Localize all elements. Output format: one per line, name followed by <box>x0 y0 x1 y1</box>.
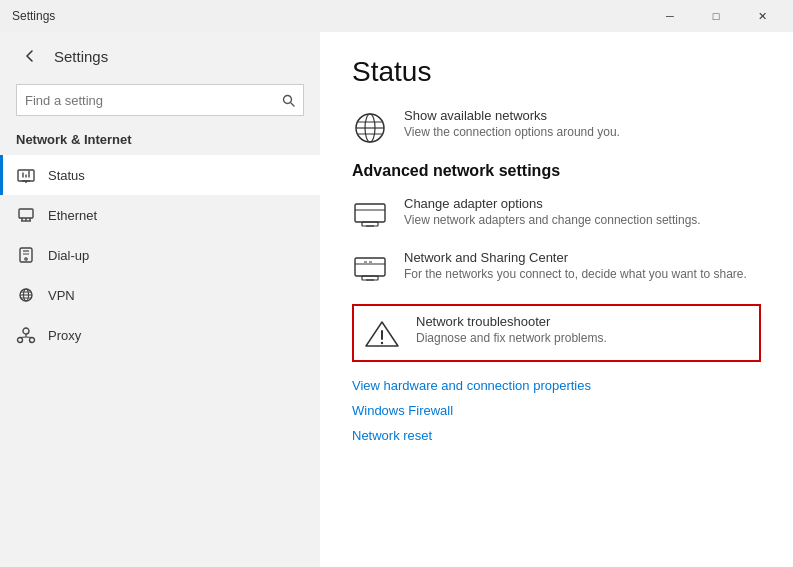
svg-point-46 <box>381 342 383 344</box>
nav-section-title: Network & Internet <box>0 128 320 155</box>
adapter-text: Change adapter options View network adap… <box>404 196 701 227</box>
show-networks-item[interactable]: Show available networks View the connect… <box>352 108 761 146</box>
adapter-title: Change adapter options <box>404 196 701 211</box>
titlebar-title: Settings <box>12 9 55 23</box>
sharing-desc: For the networks you connect to, decide … <box>404 267 747 281</box>
status-icon <box>16 165 36 185</box>
sidebar-item-dialup[interactable]: Dial-up <box>0 235 320 275</box>
sharing-title: Network and Sharing Center <box>404 250 747 265</box>
ethernet-icon <box>16 205 36 225</box>
dialup-icon <box>16 245 36 265</box>
sharing-text: Network and Sharing Center For the netwo… <box>404 250 747 281</box>
show-networks-desc: View the connection options around you. <box>404 125 620 139</box>
proxy-icon <box>16 325 36 345</box>
minimize-button[interactable]: ─ <box>647 0 693 32</box>
svg-line-26 <box>20 337 26 338</box>
sidebar-item-status-label: Status <box>48 168 85 183</box>
sidebar-item-proxy-label: Proxy <box>48 328 81 343</box>
svg-point-24 <box>30 338 35 343</box>
svg-rect-34 <box>355 204 385 222</box>
troubleshooter-text: Network troubleshooter Diagnose and fix … <box>416 314 607 345</box>
search-icon <box>282 94 295 107</box>
adapter-icon <box>352 198 388 234</box>
troubleshooter-icon <box>364 316 400 352</box>
networks-icon <box>352 110 388 146</box>
sidebar-item-status[interactable]: Status <box>0 155 320 195</box>
troubleshooter-item[interactable]: Network troubleshooter Diagnose and fix … <box>352 304 761 362</box>
sharing-icon <box>352 252 388 288</box>
svg-rect-8 <box>19 209 33 218</box>
main-container: Settings Network & Internet <box>0 32 793 567</box>
titlebar-controls: ─ □ ✕ <box>647 0 785 32</box>
hardware-link[interactable]: View hardware and connection properties <box>352 378 761 393</box>
sidebar-item-proxy[interactable]: Proxy <box>0 315 320 355</box>
back-arrow-icon <box>24 50 36 62</box>
page-title: Status <box>352 56 761 88</box>
svg-point-23 <box>18 338 23 343</box>
show-networks-title: Show available networks <box>404 108 620 123</box>
sidebar-item-vpn[interactable]: VPN <box>0 275 320 315</box>
content-area: Status Show available networks View the … <box>320 32 793 567</box>
maximize-button[interactable]: □ <box>693 0 739 32</box>
back-button[interactable] <box>16 42 44 70</box>
svg-point-22 <box>23 328 29 334</box>
advanced-section-heading: Advanced network settings <box>352 162 761 180</box>
svg-point-14 <box>25 258 27 260</box>
sidebar: Settings Network & Internet <box>0 32 320 567</box>
titlebar-left: Settings <box>12 9 55 23</box>
troubleshooter-title: Network troubleshooter <box>416 314 607 329</box>
adapter-desc: View network adapters and change connect… <box>404 213 701 227</box>
close-button[interactable]: ✕ <box>739 0 785 32</box>
sharing-item[interactable]: Network and Sharing Center For the netwo… <box>352 250 761 288</box>
sidebar-header: Settings <box>0 32 320 80</box>
svg-line-1 <box>291 103 294 106</box>
sidebar-item-ethernet-label: Ethernet <box>48 208 97 223</box>
firewall-link[interactable]: Windows Firewall <box>352 403 761 418</box>
svg-point-0 <box>284 95 292 103</box>
show-networks-text: Show available networks View the connect… <box>404 108 620 139</box>
sidebar-item-ethernet[interactable]: Ethernet <box>0 195 320 235</box>
troubleshooter-desc: Diagnose and fix network problems. <box>416 331 607 345</box>
svg-line-27 <box>26 337 32 338</box>
sidebar-item-dialup-label: Dial-up <box>48 248 89 263</box>
adapter-item[interactable]: Change adapter options View network adap… <box>352 196 761 234</box>
sidebar-item-vpn-label: VPN <box>48 288 75 303</box>
sidebar-app-title: Settings <box>54 48 108 65</box>
search-input[interactable] <box>25 93 282 108</box>
reset-link[interactable]: Network reset <box>352 428 761 443</box>
svg-rect-38 <box>355 258 385 276</box>
vpn-icon <box>16 285 36 305</box>
titlebar: Settings ─ □ ✕ <box>0 0 793 32</box>
search-box[interactable] <box>16 84 304 116</box>
